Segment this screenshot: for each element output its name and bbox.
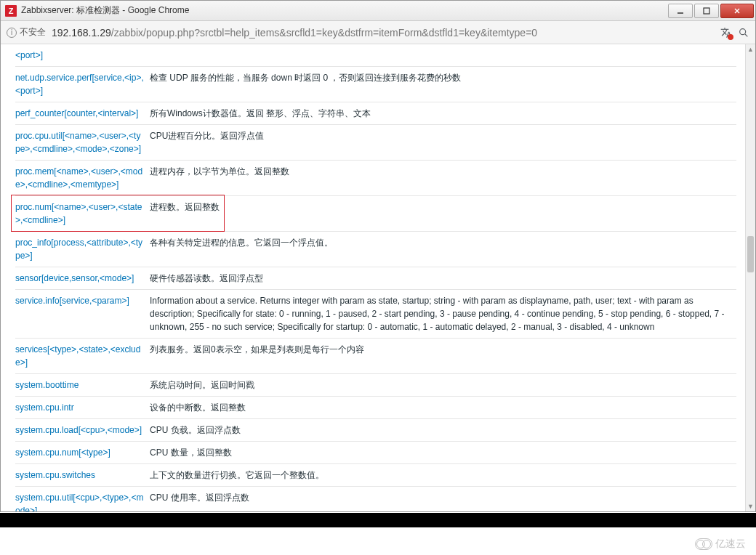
- minimize-button[interactable]: [668, 4, 693, 18]
- maximize-button[interactable]: [694, 4, 719, 18]
- scroll-area: <port>]net.udp.service.perf[service,<ip>…: [1, 44, 745, 511]
- item-key-cell: system.cpu.util[<cpu>,<type>,<mode>]: [15, 487, 150, 512]
- item-description: 进程内存，以字节为单位。返回整数: [150, 161, 736, 196]
- table-row: proc.mem[<name>,<user>,<mode>,<cmdline>,…: [15, 161, 736, 196]
- table-row: system.cpu.util[<cpu>,<type>,<mode>]CPU …: [15, 487, 736, 512]
- security-label: 不安全: [20, 26, 46, 39]
- item-key-link[interactable]: service.info[service,<param>]: [15, 296, 129, 306]
- vertical-scrollbar[interactable]: ▲ ▼: [745, 44, 755, 511]
- table-row: net.udp.service.perf[service,<ip>,<port>…: [15, 67, 736, 102]
- content-area: <port>]net.udp.service.perf[service,<ip>…: [1, 44, 755, 511]
- item-description: 各种有关特定进程的信息。它返回一个浮点值。: [150, 232, 736, 267]
- bottom-black-bar: [0, 513, 756, 527]
- item-key-link[interactable]: proc.num[<name>,<user>,<state>,<cmdline>…: [15, 202, 142, 225]
- item-key-link[interactable]: sensor[device,sensor,<mode>]: [15, 273, 134, 283]
- scroll-thumb[interactable]: [747, 236, 754, 272]
- item-key-cell: proc.cpu.util[<name>,<user>,<type>,<cmdl…: [15, 125, 150, 161]
- item-key-link[interactable]: <port>]: [15, 50, 43, 60]
- watermark-logo-icon: [695, 538, 712, 550]
- item-key-cell: net.udp.service.perf[service,<ip>,<port>…: [15, 67, 150, 102]
- item-key-cell: system.cpu.num[<type>]: [15, 442, 150, 464]
- item-key-link[interactable]: system.cpu.num[<type>]: [15, 447, 110, 458]
- item-key-cell: proc_info[process,<attribute>,<type>]: [15, 232, 150, 267]
- scroll-up-icon[interactable]: ▲: [746, 44, 755, 54]
- item-key-cell: system.cpu.switches: [15, 464, 150, 487]
- item-key-cell: service.info[service,<param>]: [15, 290, 150, 339]
- item-key-cell: system.boottime: [15, 374, 150, 397]
- window-title: Zabbixserver: 标准检测器 - Google Chrome: [21, 4, 667, 17]
- svg-rect-1: [704, 8, 709, 14]
- watermark-text: 亿速云: [715, 538, 746, 551]
- item-description: CPU 使用率。返回浮点数: [150, 487, 736, 512]
- item-key-link[interactable]: system.boottime: [15, 380, 79, 390]
- item-key-link[interactable]: system.cpu.switches: [15, 470, 95, 480]
- item-key-cell: proc.mem[<name>,<user>,<mode>,<cmdline>,…: [15, 161, 150, 196]
- table-row: services[<type>,<state>,<exclude>]列表服务。返…: [15, 339, 736, 374]
- item-key-link[interactable]: services[<type>,<state>,<exclude>]: [15, 344, 140, 368]
- item-description: CPU进程百分比。返回浮点值: [150, 125, 736, 161]
- item-description: 进程数。返回整数: [150, 196, 736, 232]
- item-description: Information about a service. Returns int…: [150, 290, 736, 339]
- table-row: system.cpu.switches上下文的数量进行切换。它返回一个整数值。: [15, 464, 736, 487]
- item-key-link[interactable]: system.cpu.util[<cpu>,<type>,<mode>]: [15, 493, 143, 511]
- zabbix-app-icon: Z: [5, 5, 17, 17]
- url-path: /zabbix/popup.php?srctbl=help_items&srcf…: [111, 27, 537, 39]
- titlebar[interactable]: Z Zabbixserver: 标准检测器 - Google Chrome: [1, 1, 755, 21]
- table-row: system.boottime系统启动时间。返回时间戳: [15, 374, 736, 397]
- item-key-cell: system.cpu.intr: [15, 397, 150, 419]
- scroll-down-icon[interactable]: ▼: [746, 501, 755, 511]
- help-items-table: <port>]net.udp.service.perf[service,<ip>…: [15, 49, 736, 511]
- item-description: CPU 负载。返回浮点数: [150, 419, 736, 442]
- item-key-cell: system.cpu.load[<cpu>,<mode>]: [15, 419, 150, 442]
- table-row: proc.cpu.util[<name>,<user>,<type>,<cmdl…: [15, 125, 736, 161]
- svg-line-5: [745, 34, 747, 36]
- item-key-link[interactable]: proc.mem[<name>,<user>,<mode>,<cmdline>,…: [15, 166, 142, 190]
- item-key-cell: perf_counter[counter,<interval>]: [15, 102, 150, 125]
- svg-point-4: [740, 28, 746, 34]
- security-indicator[interactable]: i 不安全: [7, 26, 46, 39]
- url-host: 192.168.1.29: [52, 27, 111, 39]
- address-bar: i 不安全 192.168.1.29/zabbix/popup.php?srct…: [1, 21, 755, 44]
- table-row: proc.num[<name>,<user>,<state>,<cmdline>…: [15, 196, 736, 232]
- item-key-link[interactable]: proc_info[process,<attribute>,<type>]: [15, 238, 142, 261]
- translate-icon[interactable]: [720, 27, 732, 39]
- item-description: 系统启动时间。返回时间戳: [150, 374, 736, 397]
- notification-dot: [728, 34, 733, 40]
- item-description: 硬件传感器读数。返回浮点型: [150, 267, 736, 290]
- table-row: <port>]: [15, 49, 736, 67]
- table-row: system.cpu.intr设备的中断数。返回整数: [15, 397, 736, 419]
- table-row: system.cpu.load[<cpu>,<mode>]CPU 负载。返回浮点…: [15, 419, 736, 442]
- item-key-cell: proc.num[<name>,<user>,<state>,<cmdline>…: [15, 196, 150, 232]
- table-row: system.cpu.num[<type>]CPU 数量，返回整数: [15, 442, 736, 464]
- item-description: [150, 49, 736, 67]
- item-description: 检查 UDP 服务的性能，当服务 down 时返回 0 ，否则返回连接到服务花费…: [150, 67, 736, 102]
- chrome-window: Z Zabbixserver: 标准检测器 - Google Chrome i …: [0, 0, 756, 512]
- info-icon: i: [7, 28, 17, 38]
- item-key-link[interactable]: proc.cpu.util[<name>,<user>,<type>,<cmdl…: [15, 131, 141, 154]
- item-description: 列表服务。返回0表示空，如果是列表则是每行一个内容: [150, 339, 736, 374]
- item-description: CPU 数量，返回整数: [150, 442, 736, 464]
- item-key-link[interactable]: system.cpu.load[<cpu>,<mode>]: [15, 425, 142, 435]
- close-button[interactable]: [720, 4, 754, 18]
- item-key-cell: <port>]: [15, 49, 150, 67]
- item-key-link[interactable]: perf_counter[counter,<interval>]: [15, 108, 138, 118]
- zoom-icon[interactable]: [738, 27, 749, 39]
- item-key-cell: sensor[device,sensor,<mode>]: [15, 267, 150, 290]
- table-row: perf_counter[counter,<interval>]所有Window…: [15, 102, 736, 125]
- table-row: sensor[device,sensor,<mode>]硬件传感器读数。返回浮点…: [15, 267, 736, 290]
- item-description: 上下文的数量进行切换。它返回一个整数值。: [150, 464, 736, 487]
- table-row: proc_info[process,<attribute>,<type>]各种有…: [15, 232, 736, 267]
- table-row: service.info[service,<param>]Information…: [15, 290, 736, 339]
- item-description: 设备的中断数。返回整数: [150, 397, 736, 419]
- window-controls: [667, 4, 754, 18]
- url-field[interactable]: 192.168.1.29/zabbix/popup.php?srctbl=hel…: [52, 27, 715, 39]
- item-key-link[interactable]: net.udp.service.perf[service,<ip>,<port>…: [15, 73, 144, 96]
- item-key-link[interactable]: system.cpu.intr: [15, 402, 74, 413]
- item-description: 所有Windows计数器值。返回 整形、浮点、字符串、文本: [150, 102, 736, 125]
- watermark: 亿速云: [695, 538, 746, 551]
- item-key-cell: services[<type>,<state>,<exclude>]: [15, 339, 150, 374]
